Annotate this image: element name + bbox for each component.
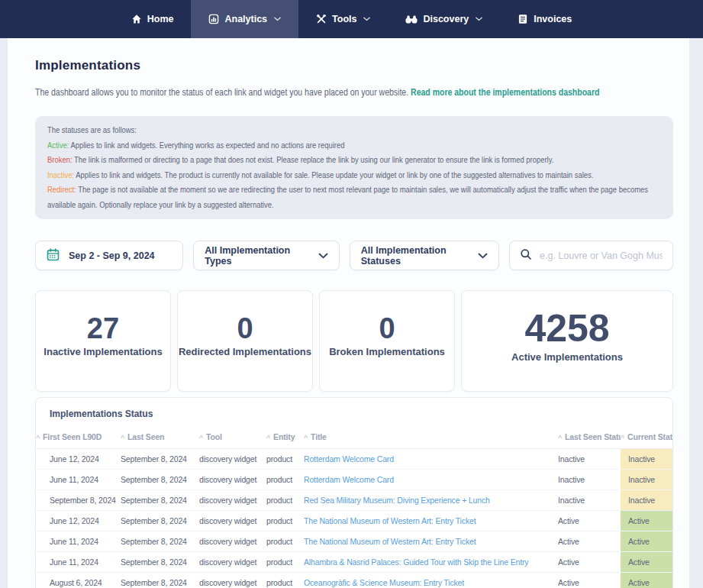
product-title-link[interactable]: Oceanogràfic & Science Museum: Entry Tic…: [304, 578, 464, 587]
home-icon: [131, 14, 142, 24]
column-header[interactable]: ^Tool: [199, 426, 266, 449]
invoice-icon: [518, 14, 528, 24]
column-header[interactable]: ^Title: [304, 426, 558, 449]
product-title-link[interactable]: The National Museum of Western Art: Entr…: [304, 516, 476, 525]
status-name: Inactive:: [47, 170, 74, 179]
table-row: June 11, 2024 September 8, 2024 discover…: [36, 552, 673, 573]
sort-icon: ^: [621, 434, 624, 441]
stat-value: 0: [237, 312, 253, 346]
cell-first-seen: August 6, 2024: [36, 573, 121, 588]
table-row: September 8, 2024 September 8, 2024 disc…: [36, 490, 673, 511]
stat-card-redirected: 0 Redirected Implementations: [177, 290, 313, 392]
cell-title: Rotterdam Welcome Card: [304, 470, 558, 490]
cell-first-seen: June 11, 2024: [36, 552, 121, 573]
implementation-status-select[interactable]: All Implementation Statuses: [350, 241, 499, 270]
cell-first-seen: September 8, 2024: [36, 490, 121, 511]
stat-card-broken: 0 Broken Implementations: [319, 290, 455, 392]
cell-last-seen: September 8, 2024: [121, 490, 199, 511]
implementation-type-select[interactable]: All Implementation Types: [193, 241, 339, 270]
status-select-value: All Implementation Statuses: [361, 245, 478, 267]
sort-icon: ^: [36, 434, 40, 441]
cell-last-seen: September 8, 2024: [121, 552, 199, 573]
cell-last-seen-status: Inactive: [558, 449, 621, 470]
table-row: June 11, 2024 September 8, 2024 discover…: [36, 470, 673, 490]
cell-first-seen: June 11, 2024: [36, 470, 121, 490]
legend-items: Active: Applies to link and widgets. Eve…: [47, 138, 661, 213]
legend-heading: The statuses are as follows:: [47, 123, 658, 138]
read-more-link[interactable]: Read more about the implementations dash…: [411, 87, 599, 98]
legend-item: Broken: The link is malformed or directi…: [47, 153, 658, 168]
product-title-link[interactable]: Rotterdam Welcome Card: [304, 475, 394, 484]
cell-last-seen: September 8, 2024: [121, 531, 199, 552]
column-header[interactable]: ^Current Status: [621, 426, 673, 449]
nav-item-discovery[interactable]: Discovery: [388, 0, 500, 38]
cell-entity: product: [266, 531, 304, 552]
search-icon: [520, 248, 532, 263]
search-box[interactable]: [509, 241, 673, 270]
cell-title: The National Museum of Western Art: Entr…: [304, 511, 558, 531]
cell-tool: discovery widget: [199, 449, 266, 470]
column-header[interactable]: ^Last Seen: [121, 426, 199, 449]
table-row: August 6, 2024 September 8, 2024 discove…: [36, 573, 673, 588]
product-title-link[interactable]: Alhambra & Nasrid Palaces: Guided Tour w…: [304, 557, 528, 567]
cell-tool: discovery widget: [199, 552, 266, 573]
nav-label: Tools: [332, 14, 356, 24]
stat-label: Broken Implementations: [329, 346, 445, 357]
cell-current-status: Active: [621, 573, 673, 588]
status-description: Applies to link and widgets. The product…: [76, 170, 593, 179]
chevron-down-icon: [476, 17, 482, 21]
column-label: Current Status: [627, 432, 673, 441]
cell-title: Oceanogràfic & Science Museum: Entry Tic…: [304, 573, 558, 588]
column-header[interactable]: ^Last Seen Status: [558, 426, 621, 449]
product-title-link[interactable]: The National Museum of Western Art: Entr…: [304, 537, 476, 546]
cell-tool: discovery widget: [199, 531, 266, 552]
stat-value: 27: [87, 312, 119, 346]
product-title-link[interactable]: Red Sea Military Museum: Diving Experien…: [304, 496, 490, 505]
intro-text: The dashboard allows you to monitor the …: [35, 87, 408, 98]
column-label: Tool: [206, 432, 222, 441]
date-range-picker[interactable]: Sep 2 - Sep 9, 2024: [35, 241, 183, 270]
cell-current-status: Active: [621, 552, 673, 573]
status-name: Active:: [47, 141, 69, 150]
column-label: Title: [311, 432, 327, 441]
product-title-link[interactable]: Rotterdam Welcome Card: [304, 454, 394, 464]
search-input[interactable]: [540, 250, 663, 261]
cell-last-seen: September 8, 2024: [121, 449, 199, 470]
nav-label: Home: [147, 14, 174, 24]
column-header[interactable]: ^First Seen L90D: [36, 426, 121, 449]
column-label: Last Seen Status: [565, 432, 621, 441]
cell-title: Red Sea Military Museum: Diving Experien…: [304, 490, 558, 511]
nav-item-analytics[interactable]: Analytics: [191, 0, 298, 38]
legend-item: Active: Applies to link and widgets. Eve…: [47, 138, 658, 153]
date-range-value: Sep 2 - Sep 9, 2024: [69, 250, 155, 261]
implementations-table: ^First Seen L90D ^Last Seen ^Tool ^Entit…: [36, 426, 673, 588]
cell-last-seen-status: Inactive: [558, 470, 621, 490]
cell-entity: product: [266, 490, 304, 511]
cell-first-seen: June 11, 2024: [36, 531, 121, 552]
chevron-down-icon: [363, 17, 370, 21]
cell-current-status: Active: [621, 511, 673, 531]
stat-value: 4258: [524, 307, 609, 351]
legend-item: Inactive: Applies to link and widgets. T…: [47, 168, 658, 183]
tools-icon: [316, 14, 327, 24]
table-row: June 12, 2024 September 8, 2024 discover…: [36, 449, 673, 470]
nav-label: Discovery: [423, 14, 469, 24]
column-label: Entity: [273, 432, 295, 441]
cell-entity: product: [266, 511, 304, 531]
column-label: Last Seen: [127, 432, 164, 441]
table-body: June 12, 2024 September 8, 2024 discover…: [36, 449, 673, 588]
cell-last-seen: September 8, 2024: [121, 573, 199, 588]
cell-current-status: Active: [621, 531, 673, 552]
cell-entity: product: [266, 552, 304, 573]
table-row: June 12, 2024 September 8, 2024 discover…: [36, 511, 673, 531]
nav-item-home[interactable]: Home: [114, 0, 192, 38]
nav-item-tools[interactable]: Tools: [298, 0, 388, 38]
sort-icon: ^: [304, 434, 308, 441]
column-header[interactable]: ^Entity: [266, 426, 304, 449]
column-label: First Seen L90D: [43, 432, 102, 441]
nav-item-invoices[interactable]: Invoices: [500, 0, 589, 38]
analytics-icon: [208, 14, 219, 24]
cell-tool: discovery widget: [199, 490, 266, 511]
stats-cards: 27 Inactive Implementations 0 Redirected…: [35, 290, 673, 392]
cell-title: Alhambra & Nasrid Palaces: Guided Tour w…: [304, 552, 558, 573]
